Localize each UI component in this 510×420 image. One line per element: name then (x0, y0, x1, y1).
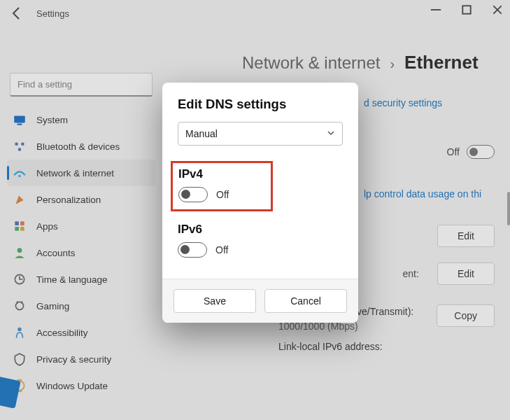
nav-icon (13, 272, 27, 286)
window-controls (429, 3, 504, 17)
nav-icon (13, 219, 27, 233)
breadcrumb-separator: › (390, 56, 395, 72)
sidebar-item-accounts[interactable]: Accounts (7, 239, 155, 266)
scrollbar-thumb[interactable] (507, 192, 510, 225)
sidebar-item-network-internet[interactable]: Network & internet (7, 160, 155, 186)
nav-label: Apps (36, 221, 150, 232)
svg-rect-9 (20, 221, 24, 225)
nav-list: SystemBluetooth & devicesNetwork & inter… (7, 106, 155, 399)
breadcrumb-current: Ethernet (404, 52, 478, 74)
ipv6-toggle[interactable] (178, 242, 207, 258)
window-title: Settings (36, 8, 69, 19)
sidebar-item-time-language[interactable]: Time & language (7, 266, 155, 293)
ipv4-state: Off (216, 189, 229, 200)
svg-point-4 (15, 142, 17, 145)
close-button[interactable] (490, 3, 504, 17)
maximize-button[interactable] (460, 3, 474, 17)
metered-toggle[interactable] (467, 145, 495, 159)
ipv4-title: IPv4 (178, 167, 229, 181)
nav-label: Gaming (36, 301, 150, 312)
nav-label: Accounts (36, 248, 150, 258)
nav-label: Windows Update (36, 381, 150, 391)
search-input[interactable] (10, 73, 153, 97)
dns-mode-select[interactable]: Manual (178, 122, 343, 146)
cancel-button[interactable]: Cancel (264, 289, 347, 313)
minimize-button[interactable] (429, 3, 443, 17)
svg-point-7 (18, 175, 20, 177)
nav-label: Network & internet (36, 168, 150, 178)
svg-point-12 (17, 248, 22, 253)
nav-icon (13, 326, 27, 340)
breadcrumb: Network & internet › Ethernet (161, 52, 510, 74)
sidebar-item-gaming[interactable]: Gaming (7, 293, 155, 319)
sidebar-item-bluetooth-devices[interactable]: Bluetooth & devices (7, 133, 155, 160)
nav-label: Bluetooth & devices (36, 141, 150, 152)
ipv4-highlight: IPv4 Off (171, 161, 273, 211)
svg-rect-2 (14, 115, 25, 122)
save-button[interactable]: Save (173, 289, 256, 313)
sidebar: SystemBluetooth & devicesNetwork & inter… (0, 27, 161, 420)
ipv6-address-label: Link-local IPv6 address: (278, 340, 416, 354)
edit-button-2[interactable]: Edit (437, 262, 495, 285)
svg-point-15 (17, 328, 22, 332)
nav-icon (13, 166, 27, 180)
copy-button[interactable]: Copy (437, 304, 495, 327)
dns-dialog: Edit DNS settings Manual IPv4 Off IPv6 O… (162, 83, 358, 323)
sidebar-item-privacy-security[interactable]: Privacy & security (7, 346, 155, 372)
dialog-title: Edit DNS settings (178, 97, 343, 112)
breadcrumb-parent[interactable]: Network & internet (242, 53, 380, 73)
nav-icon (13, 113, 27, 127)
accent-decoration (0, 375, 21, 408)
nav-icon (13, 352, 27, 366)
off-label: Off (447, 146, 460, 158)
nav-label: Privacy & security (36, 354, 150, 365)
nav-icon (13, 299, 27, 313)
nav-icon (13, 246, 27, 260)
dns-mode-value: Manual (185, 128, 218, 139)
nav-label: Personalization (36, 195, 150, 205)
chevron-down-icon (327, 128, 335, 139)
svg-rect-10 (15, 227, 19, 231)
svg-rect-8 (15, 221, 19, 225)
nav-icon (13, 139, 27, 153)
sidebar-item-accessibility[interactable]: Accessibility (7, 319, 155, 346)
titlebar: Settings (0, 0, 510, 27)
sidebar-item-apps[interactable]: Apps (7, 213, 155, 239)
svg-point-6 (18, 148, 21, 150)
row-tail: ent: (403, 268, 419, 279)
sidebar-item-windows-update[interactable]: Windows Update (7, 372, 155, 399)
nav-label: System (36, 115, 150, 125)
nav-label: Time & language (36, 274, 150, 285)
svg-point-5 (21, 142, 24, 145)
svg-rect-11 (20, 227, 24, 231)
nav-label: Accessibility (36, 328, 150, 338)
ipv4-toggle[interactable] (178, 187, 208, 202)
ipv6-title: IPv6 (178, 223, 343, 237)
sidebar-item-system[interactable]: System (7, 106, 155, 133)
ipv6-state: Off (215, 244, 228, 255)
back-button[interactable] (10, 6, 24, 20)
sidebar-item-personalization[interactable]: Personalization (7, 186, 155, 213)
svg-rect-3 (17, 124, 22, 125)
edit-button-1[interactable]: Edit (437, 225, 495, 247)
svg-rect-1 (462, 6, 470, 13)
nav-icon (13, 192, 27, 206)
